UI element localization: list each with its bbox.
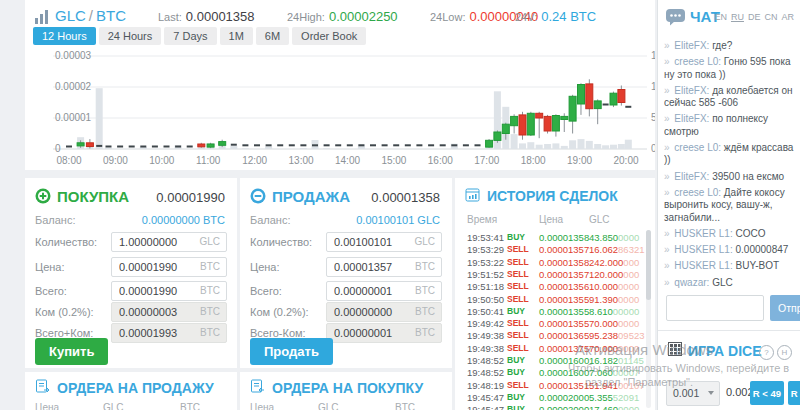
trade-price: 0.00001358 [539,257,589,268]
chat-send-button[interactable]: Отправить [770,295,800,321]
market-card: GLC/BTC Last:0.0000135824High:0.00002250… [25,0,655,170]
sell-balance-value[interactable]: 0.00100101 GLC [356,214,440,226]
trade-side: SELL [507,257,529,267]
trade-amount-fade: 0000 [618,343,639,354]
svg-text:15:00: 15:00 [381,155,406,166]
svg-text:08:00: 08:00 [56,155,81,166]
roll-over-49-button[interactable]: R > 49 [788,381,800,405]
trade-price: 0.00001356 [539,281,589,292]
buy-field-box: BTC [111,281,227,301]
sell-field-label: Ком (0.2%): [250,306,309,318]
history-scrollbar-thumb[interactable] [646,230,651,300]
stat-last-value: 0.00001358 [186,9,255,24]
trade-time: 19:53:29 [467,244,504,255]
trade-side: BUY [507,306,525,316]
sell-field-row: Цена:BTC [240,257,452,277]
buy-orders-col-price: Цена [250,402,274,410]
chat-message-user: EliteFX: [672,40,713,51]
chat-message-user: EliteFX: [672,113,713,124]
table-row: 19:50:50SELL0.0000135591.3900000 [455,294,655,306]
trade-amount-main: 51.941 [589,380,618,391]
sell-orders-col-price: Цена [35,402,59,410]
chat-lang-cn[interactable]: CN [764,12,777,22]
buy-orders-panel: ОРДЕРА НА ПОКУПКУ Цена GLC BTC [240,372,452,410]
svg-text:0k: 0k [651,143,655,154]
svg-text:13:00: 13:00 [289,155,314,166]
stat-high24-value: 0.00002250 [329,9,398,24]
timeframe-tabs: 12 Hours24 Hours7 Days1M6MOrder Book [33,27,366,45]
buy-panel: ПОКУПКА 0.00001990 Баланс: 0.00000000 BT… [25,178,237,368]
trade-amount: 43.8500000 [589,232,639,243]
table-row: 19:50:41BUY0.000013558.61000000 [455,306,655,318]
tab-1m[interactable]: 1M [220,27,253,45]
tab-6m[interactable]: 6M [256,27,289,45]
trade-side: SELL [507,294,529,304]
bet-amount-select[interactable]: 0.001 [666,381,720,406]
trade-time: 19:53:22 [467,257,504,268]
table-row: 19:45:47BUY0.000020005.35552091 [455,392,655,404]
currency-unit-label: GLC [414,236,435,247]
price-chart: 0.0000315k0.0000210k0.000015k00k08:0009:… [25,44,655,170]
roll-under-49-button[interactable]: R < 49 [750,381,784,405]
chevron-right-icon: » [664,277,670,288]
svg-text:10k: 10k [651,81,655,92]
trade-time: 19:48:19 [467,380,504,391]
table-row: 19:48:52BUY0.000016007.06000007 [455,367,655,379]
chat-lang-ar[interactable]: AR [781,12,794,22]
chat-lang-de[interactable]: DE [748,12,761,22]
history-help-icon[interactable]: H [777,345,792,360]
chat-input[interactable] [666,295,764,321]
bet-amount-value: 0.001 [673,387,699,399]
sell-panel: ПРОДАЖА 0.00001358 Баланс: 0.00100101 GL… [240,178,452,368]
trade-time: 19:48:52 [467,355,504,366]
chat-message-user: creese L0: [672,56,724,67]
chevron-right-icon: » [664,228,670,239]
table-row: 19:53:29SELL0.0000135716.06286321 [455,244,655,256]
trade-side: SELL [507,330,529,340]
trade-amount-main: 91.390 [589,294,618,305]
chat-message-text: COCO [735,228,765,239]
chat-message: » HUSKER L1: BUY-BOT [664,260,798,272]
trade-side: SELL [507,318,529,328]
buy-balance-label: Баланс: [35,214,76,226]
bar-chart-icon [35,10,50,28]
chat-lang-ru[interactable]: RU [731,12,744,22]
tab-7-days[interactable]: 7 Days [164,27,216,45]
sell-button[interactable]: Продать [250,338,333,365]
pair-title: GLC/BTC [55,7,126,24]
trade-amount-fade: 00007 [613,367,639,378]
svg-text:09:00: 09:00 [103,155,128,166]
help-icon[interactable]: ? [759,345,774,360]
tab-12-hours[interactable]: 12 Hours [33,27,96,45]
chat-language-switcher: ENRUDECNAR [714,12,798,22]
buy-field-label: Цена: [35,261,65,273]
chevron-right-icon: » [664,260,670,271]
table-row: 19:53:41BUY0.0000135843.8500000 [455,232,655,244]
trade-side: SELL [507,281,529,291]
trade-time: 19:51:52 [467,269,504,280]
divider [658,330,800,331]
chevron-right-icon: » [664,171,670,182]
right-sidebar: ЧАТ ENRUDECNAR » EliteFX: где?» creese L… [657,0,800,410]
trade-amount: 7.06000007 [589,367,639,378]
buy-button[interactable]: Купить [35,338,108,365]
trade-side: BUY [507,232,525,242]
sell-orders-icon [35,379,50,398]
sell-field-row: Ком (0.2%):BTC [240,302,452,322]
trade-amount-main: 242.000 [589,257,623,268]
trade-amount-main: 70.000 [589,318,618,329]
trade-amount-fade: 0000 [618,404,639,410]
svg-text:0.00001: 0.00001 [55,112,92,123]
buy-balance-value[interactable]: 0.00000000 BTC [142,214,225,226]
trade-side: SELL [507,380,529,390]
sell-panel-title: ПРОДАЖА [272,188,350,205]
chat-lang-en[interactable]: EN [714,12,727,22]
chat-message-text: 39500 на ексмо [712,171,784,182]
pair-base[interactable]: GLC [55,7,86,24]
chat-message-text: где? [712,40,732,51]
tab-24-hours[interactable]: 24 Hours [99,27,162,45]
buy-best-price: 0.00001990 [156,190,225,205]
pair-quote[interactable]: BTC [96,7,126,24]
tab-order-book[interactable]: Order Book [292,27,366,45]
trade-price: 0.00001358 [539,232,589,243]
